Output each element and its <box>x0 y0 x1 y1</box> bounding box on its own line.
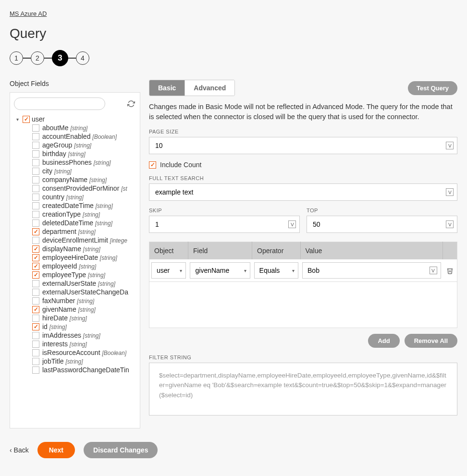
field-checkbox[interactable] <box>32 159 39 166</box>
field-item[interactable]: birthday [string] <box>32 149 136 158</box>
full-text-input[interactable] <box>149 183 457 201</box>
test-query-button[interactable]: Test Query <box>408 81 457 95</box>
field-item[interactable]: accountEnabled [Boolean] <box>32 132 136 141</box>
field-item[interactable]: jobTitle [string] <box>32 357 136 366</box>
field-search-input[interactable] <box>14 98 105 110</box>
field-checkbox[interactable] <box>32 176 39 183</box>
field-checkbox[interactable] <box>32 254 39 261</box>
field-item[interactable]: hireDate [string] <box>32 314 136 322</box>
field-item[interactable]: externalUserState [string] <box>32 279 136 288</box>
field-checkbox[interactable] <box>32 245 39 253</box>
field-checkbox[interactable] <box>32 323 39 330</box>
step-connector <box>44 58 52 59</box>
tree-root-node[interactable]: ▾ user <box>14 115 136 123</box>
field-label: ageGroup [string] <box>42 141 91 149</box>
field-label: birthday [string] <box>42 150 86 158</box>
field-checkbox[interactable] <box>32 297 39 305</box>
field-label: aboutMe [string] <box>42 124 87 132</box>
field-item[interactable]: city [string] <box>32 167 136 175</box>
field-checkbox[interactable] <box>32 202 39 209</box>
field-checkbox[interactable] <box>32 133 39 140</box>
page-size-input[interactable] <box>149 137 457 154</box>
field-item[interactable]: imAddresses [string] <box>32 331 136 340</box>
field-item[interactable]: creationType [string] <box>32 210 136 219</box>
field-label: deletedDateTime [string] <box>42 219 112 227</box>
top-input[interactable] <box>307 216 457 233</box>
field-item[interactable]: givenName [string] <box>32 305 136 314</box>
filter-value-input[interactable] <box>302 262 441 279</box>
field-checkbox[interactable] <box>32 341 39 348</box>
field-item[interactable]: businessPhones [string] <box>32 158 136 167</box>
field-item[interactable]: externalUserStateChangeDa <box>32 288 136 296</box>
refresh-button[interactable] <box>126 99 136 109</box>
field-item[interactable]: isResourceAccount [Boolean] <box>32 348 136 357</box>
delete-row-button[interactable] <box>445 267 455 274</box>
field-checkbox[interactable] <box>32 289 39 296</box>
step-4[interactable]: 4 <box>76 51 89 65</box>
field-item[interactable]: lastPasswordChangeDateTin <box>32 366 136 374</box>
discard-button[interactable]: Discard Changes <box>84 442 158 458</box>
field-checkbox[interactable] <box>32 280 39 287</box>
field-item[interactable]: displayName [string] <box>32 244 136 253</box>
tab-basic[interactable]: Basic <box>149 80 185 96</box>
field-item[interactable]: employeeId [string] <box>32 262 136 270</box>
field-checkbox[interactable] <box>32 211 39 218</box>
field-checkbox[interactable] <box>32 332 39 339</box>
field-checkbox[interactable] <box>32 150 39 158</box>
field-item[interactable]: companyName [string] <box>32 175 136 184</box>
field-checkbox[interactable] <box>32 263 39 270</box>
field-checkbox[interactable] <box>32 124 39 132</box>
field-item[interactable]: ageGroup [string] <box>32 141 136 149</box>
field-checkbox[interactable] <box>32 185 39 192</box>
field-checkbox[interactable] <box>32 349 39 356</box>
checkbox-user[interactable] <box>23 116 30 123</box>
include-count-label: Include Count <box>160 161 201 169</box>
back-button[interactable]: ‹ Back <box>10 446 29 454</box>
field-item[interactable]: employeeHireDate [string] <box>32 253 136 262</box>
field-item[interactable]: interests [string] <box>32 340 136 348</box>
field-item[interactable]: country [string] <box>32 193 136 201</box>
tree-root-label: user <box>32 115 45 123</box>
field-item[interactable]: faxNumber [string] <box>32 296 136 305</box>
field-label: department [string] <box>42 228 96 235</box>
next-button[interactable]: Next <box>37 442 75 458</box>
filter-operator-select[interactable]: Equals <box>254 262 298 279</box>
remove-all-button[interactable]: Remove All <box>405 334 457 348</box>
field-item[interactable]: aboutMe [string] <box>32 123 136 132</box>
filter-object-select[interactable]: user <box>151 262 186 279</box>
field-checkbox[interactable] <box>32 237 39 244</box>
field-item[interactable]: deviceEnrollmentLimit [intege <box>32 236 136 244</box>
skip-input[interactable] <box>149 216 300 233</box>
chevron-down-icon[interactable]: ▾ <box>14 117 21 122</box>
include-count-checkbox[interactable] <box>149 161 156 169</box>
step-1[interactable]: 1 <box>10 51 23 65</box>
field-checkbox[interactable] <box>32 315 39 322</box>
field-item[interactable]: createdDateTime [string] <box>32 201 136 210</box>
field-item[interactable]: department [string] <box>32 227 136 236</box>
field-checkbox[interactable] <box>32 366 39 374</box>
variable-icon[interactable]: Ⅴ <box>446 188 454 196</box>
tab-advanced[interactable]: Advanced <box>185 80 234 96</box>
variable-icon[interactable]: Ⅴ <box>446 220 454 228</box>
field-item[interactable]: employeeType [string] <box>32 270 136 279</box>
step-3[interactable]: 3 <box>52 50 68 66</box>
field-checkbox[interactable] <box>32 228 39 235</box>
field-item[interactable]: consentProvidedForMinor [st <box>32 184 136 193</box>
field-label: city [string] <box>42 167 72 175</box>
breadcrumb-link[interactable]: MS Azure AD <box>10 10 47 17</box>
variable-icon[interactable]: Ⅴ <box>288 220 296 228</box>
step-2[interactable]: 2 <box>31 51 44 65</box>
field-item[interactable]: deletedDateTime [string] <box>32 219 136 227</box>
field-checkbox[interactable] <box>32 271 39 279</box>
filter-field-select[interactable]: givenName <box>190 262 250 279</box>
field-checkbox[interactable] <box>32 220 39 227</box>
variable-icon[interactable]: Ⅴ <box>430 267 437 274</box>
field-item[interactable]: id [string] <box>32 322 136 331</box>
field-checkbox[interactable] <box>32 168 39 175</box>
field-checkbox[interactable] <box>32 358 39 365</box>
field-checkbox[interactable] <box>32 194 39 201</box>
variable-icon[interactable]: Ⅴ <box>446 142 454 149</box>
field-checkbox[interactable] <box>32 306 39 313</box>
add-filter-button[interactable]: Add <box>368 334 399 348</box>
field-checkbox[interactable] <box>32 142 39 149</box>
